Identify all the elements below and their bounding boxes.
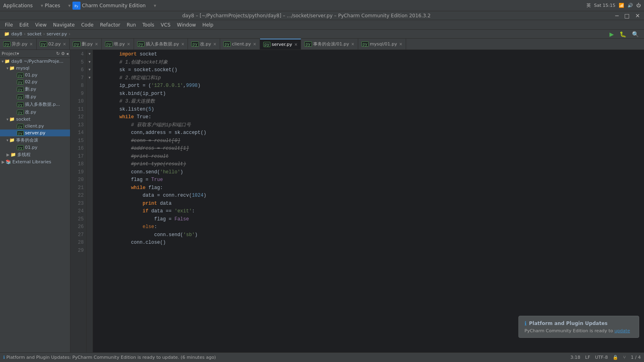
tree-arrow-icon[interactable]: ▾ [6,138,8,142]
tree-item-label: mysql [16,66,29,71]
tab-label: 增.py [114,41,125,47]
tab-server_py[interactable]: pyserver.py× [260,39,301,50]
menu-item-file[interactable]: File [2,21,16,29]
maximize-button[interactable]: □ [622,12,632,19]
tree-item[interactable]: py 01.py [0,72,70,78]
tree-item[interactable]: py 02.py [0,78,70,85]
minimize-button[interactable]: ─ [613,12,621,19]
tab-close-button[interactable]: × [294,42,297,47]
tab-__py[interactable]: py增.py× [102,39,134,50]
tab-client_py[interactable]: pyclient.py× [220,39,260,50]
status-bar: ℹ Platform and Plugin Updates: PyCharm C… [0,352,644,362]
code-line: #print result [96,153,644,161]
code-line: sk = socket.socket() [96,66,644,74]
collapse-icon[interactable]: ◂ [66,51,68,56]
menu-item-refactor[interactable]: Refactor [97,21,123,29]
line-number: 14 [73,129,84,137]
tree-item[interactable]: py server.py [0,130,70,136]
tabs-bar: py异步.py×py02.py×py删.py×py增.py×py插入多条数据.p… [0,39,644,50]
python-file-icon: py [17,86,24,92]
python-file-icon: py [17,109,24,115]
places-menu[interactable]: Places [45,3,60,8]
tree-item-label: 多线程 [17,152,31,158]
tab-close-button[interactable]: × [253,42,256,46]
tab-02_py[interactable]: py02.py× [37,39,70,50]
applications-menu[interactable]: Applications [3,3,33,8]
menu-item-tools[interactable]: Tools [139,21,158,29]
tree-item[interactable]: py 增.py [0,93,70,101]
gutter: ▾▾▾▾ [87,50,93,352]
tab-close-button[interactable]: × [95,42,98,46]
file-tab-icon: py [223,41,231,47]
tab-__py[interactable]: py改.py× [188,39,220,50]
pycharm-menu[interactable]: Charm Community Edition [82,3,146,8]
line-numbers: 4567891011121314151617181920212223242526… [70,50,87,352]
code-line: #address = result[1] [96,145,644,153]
menu-item-window[interactable]: Window [174,21,199,29]
line-number: 13 [73,121,84,130]
menu-item-code[interactable]: Code [78,21,97,29]
tab-___py[interactable]: py异步.py× [0,39,37,50]
tab-close-button[interactable]: × [181,42,184,46]
notification-popup: ℹ Platform and Plugin Updates PyCharm Co… [518,316,639,338]
tab-_______py[interactable]: py插入多条数据.py× [134,39,188,50]
gutter-marker[interactable]: ▾ [87,50,93,58]
code-editor[interactable]: 4567891011121314151617181920212223242526… [70,50,644,352]
update-link[interactable]: update [614,328,630,333]
menu-item-run[interactable]: Run [124,21,139,29]
tree-item[interactable]: py 删.py [0,85,70,93]
sidebar-header: Project▾ ↻ ⚙ ◂ [0,50,70,58]
tree-item[interactable]: py 改.py [0,108,70,116]
tree-item[interactable]: ▾ 📁 socket [0,116,70,123]
tree-item[interactable]: ▶ 📁 多线程 [0,151,70,158]
tab-close-button[interactable]: × [399,42,402,46]
code-line: flag = True [96,176,644,184]
tab-mysql_01_py[interactable]: pymysql/01.py× [358,39,406,50]
tree-arrow-icon[interactable]: ▾ [6,66,8,70]
tab-__py[interactable]: py删.py× [70,39,102,50]
tree-arrow-icon[interactable]: ▾ [2,59,4,64]
tree-item[interactable]: ▾ 📁 day8 ~/PycharmProje... [0,58,70,65]
tab-______01_py[interactable]: py事务的会滚/01.py× [301,39,358,50]
code-line: sk.listen(5) [96,106,644,114]
line-number: 25 [73,216,84,224]
breadcrumb-file[interactable]: server.py [47,31,67,37]
tab-close-button[interactable]: × [213,42,217,46]
menu-item-help[interactable]: Help [199,21,217,29]
run-button[interactable]: ▶ [608,31,615,37]
tab-close-button[interactable]: × [29,42,33,46]
debug-button[interactable]: 🐛 [618,31,627,37]
gutter-marker[interactable]: ▾ [87,58,93,66]
tree-item[interactable]: py 01.py [0,144,70,151]
close-button[interactable]: ✕ [633,12,642,19]
code-line: conn,address = sk.accept() [96,129,644,137]
tree-item[interactable]: ▶ 📚 External Libraries [0,158,70,165]
tree-item[interactable]: ▾ 📁 mysql [0,65,70,72]
settings-icon[interactable]: ⚙ [61,51,65,56]
sync-icon[interactable]: ↻ [56,51,60,56]
code-content[interactable]: import socket # 1.创建socket对象 sk = socket… [93,50,644,352]
breadcrumb-socket[interactable]: socket [27,31,42,37]
menu-item-vcs[interactable]: VCS [157,21,173,29]
tree-arrow-icon[interactable]: ▶ [2,160,5,164]
menu-item-view[interactable]: View [32,21,50,29]
line-number: 17 [73,153,84,161]
search-button[interactable]: 🔍 [631,31,640,37]
python-file-icon: py [17,72,24,78]
tab-close-button[interactable]: × [63,42,66,46]
tree-item[interactable]: py client.py [0,123,70,130]
gutter-marker[interactable]: ▾ [87,74,93,82]
tree-arrow-icon[interactable]: ▾ [6,117,8,121]
line-number: 26 [73,223,84,231]
tab-close-button[interactable]: × [127,42,130,46]
menu-item-navigate[interactable]: Navigate [50,21,78,29]
tree-arrow-icon[interactable]: ▶ [6,152,10,157]
breadcrumb-day8[interactable]: day8 [11,31,22,37]
tree-item[interactable]: ▾ 📁 事务的会滚 [0,136,70,144]
line-number: 28 [73,239,84,247]
tree-item[interactable]: py 插入多条数据.p... [0,101,70,108]
tree-item-label: client.py [25,123,44,129]
gutter-marker[interactable]: ▾ [87,66,93,74]
tab-close-button[interactable]: × [351,42,354,46]
menu-item-edit[interactable]: Edit [16,21,32,29]
